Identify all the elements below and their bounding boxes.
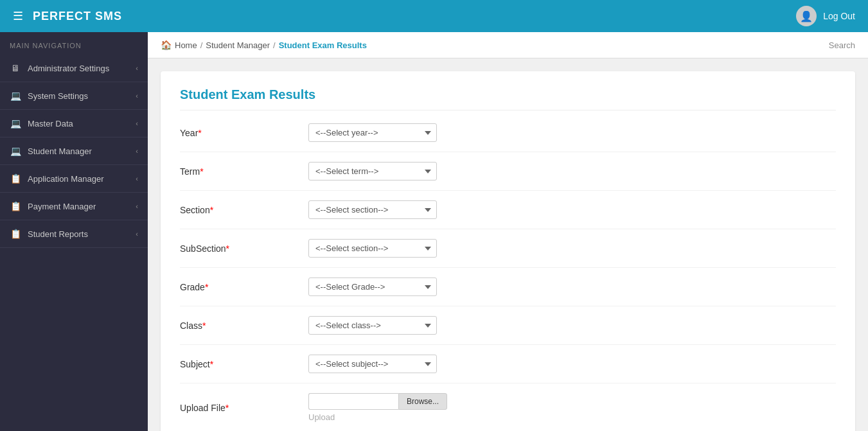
chevron-icon: ‹: [136, 92, 138, 100]
form-row-term: Term* <--Select term-->: [180, 162, 836, 191]
year-label: Year*: [180, 128, 308, 138]
sidebar-label-payment-manager: Payment Manager: [28, 202, 96, 211]
section-select[interactable]: <--Select section-->: [308, 200, 437, 219]
file-input[interactable]: [308, 393, 398, 410]
form-row-subject: Subject* <--Select subject-->: [180, 355, 836, 383]
form-row-upload-file: Upload File* Browse... Upload: [180, 393, 836, 431]
chevron-icon: ‹: [136, 64, 138, 72]
main-content: Student Exam Results Year* <--Select yea…: [148, 58, 868, 431]
search-link[interactable]: Search: [829, 40, 855, 50]
brand-title: PERFECT SMS: [33, 10, 122, 23]
sidebar-label-admin-settings: Administrator Settings: [28, 64, 109, 73]
breadcrumb-home-link[interactable]: Home: [175, 40, 197, 50]
sidebar-label-student-reports: Student Reports: [28, 229, 88, 239]
navbar-right: 👤 Log Out: [796, 6, 855, 26]
sidebar-label-application-manager: Application Manager: [28, 174, 104, 184]
upload-link[interactable]: Upload: [308, 412, 447, 422]
class-select[interactable]: <--Select class-->: [308, 316, 437, 335]
system-settings-icon: 💻: [10, 90, 21, 101]
form-row-section: Section* <--Select section-->: [180, 200, 836, 229]
subject-label: Subject*: [180, 359, 308, 369]
chevron-icon: ‹: [136, 202, 138, 210]
sidebar-item-master-data[interactable]: 💻 Master Data ‹: [0, 110, 148, 137]
master-data-icon: 💻: [10, 118, 21, 129]
section-label: Section*: [180, 205, 308, 215]
admin-settings-icon: 🖥: [10, 62, 21, 74]
form-row-year: Year* <--Select year-->: [180, 123, 836, 152]
sidebar-label-master-data: Master Data: [28, 119, 73, 128]
breadcrumb-parent-link[interactable]: Student Manager: [206, 40, 270, 50]
avatar: 👤: [796, 6, 817, 26]
chevron-icon: ‹: [136, 230, 138, 238]
sidebar: MAIN NAVIGATION 🖥 Administrator Settings…: [0, 32, 148, 431]
term-label: Term*: [180, 166, 308, 177]
file-input-group: Browse... Upload: [308, 393, 447, 422]
breadcrumb-sep1: /: [200, 40, 203, 50]
grade-label: Grade*: [180, 282, 308, 292]
home-icon: 🏠: [161, 40, 172, 50]
payment-manager-icon: 📋: [10, 200, 21, 212]
subsection-select[interactable]: <--Select section-->: [308, 239, 437, 258]
sidebar-item-application-manager[interactable]: 📋 Application Manager ‹: [0, 165, 148, 193]
student-manager-icon: 💻: [10, 145, 21, 157]
chevron-icon: ‹: [136, 147, 138, 155]
content-card: Student Exam Results Year* <--Select yea…: [161, 71, 855, 431]
sidebar-nav-label: MAIN NAVIGATION: [0, 32, 148, 55]
breadcrumb-bar: 🏠 Home / Student Manager / Student Exam …: [148, 32, 868, 58]
class-label: Class*: [180, 321, 308, 331]
sidebar-label-student-manager: Student Manager: [28, 146, 92, 156]
sidebar-item-student-reports[interactable]: 📋 Student Reports ‹: [0, 220, 148, 248]
main-layout: MAIN NAVIGATION 🖥 Administrator Settings…: [0, 32, 868, 431]
student-reports-icon: 📋: [10, 228, 21, 240]
sidebar-item-student-manager[interactable]: 💻 Student Manager ‹: [0, 137, 148, 165]
breadcrumb: 🏠 Home / Student Manager / Student Exam …: [161, 40, 367, 50]
subsection-label: SubSection*: [180, 243, 308, 254]
logout-button[interactable]: Log Out: [823, 11, 855, 21]
form-row-subsection: SubSection* <--Select section-->: [180, 239, 836, 268]
browse-button[interactable]: Browse...: [398, 393, 447, 410]
breadcrumb-current: Student Exam Results: [279, 40, 367, 50]
chevron-icon: ‹: [136, 119, 138, 127]
page-title: Student Exam Results: [180, 87, 836, 110]
term-select[interactable]: <--Select term-->: [308, 162, 437, 180]
form-row-class: Class* <--Select class-->: [180, 316, 836, 345]
breadcrumb-sep2: /: [273, 40, 276, 50]
sidebar-label-system-settings: System Settings: [28, 91, 88, 101]
sidebar-item-system-settings[interactable]: 💻 System Settings ‹: [0, 82, 148, 110]
application-manager-icon: 📋: [10, 173, 21, 184]
form-row-grade: Grade* <--Select Grade-->: [180, 277, 836, 306]
subject-select[interactable]: <--Select subject-->: [308, 355, 437, 373]
menu-icon[interactable]: ☰: [13, 9, 23, 23]
grade-select[interactable]: <--Select Grade-->: [308, 277, 437, 296]
navbar: ☰ PERFECT SMS 👤 Log Out: [0, 0, 868, 32]
sidebar-item-payment-manager[interactable]: 📋 Payment Manager ‹: [0, 193, 148, 220]
chevron-icon: ‹: [136, 175, 138, 182]
year-select[interactable]: <--Select year-->: [308, 123, 437, 142]
sidebar-item-admin-settings[interactable]: 🖥 Administrator Settings ‹: [0, 55, 148, 82]
upload-file-label: Upload File*: [180, 403, 308, 413]
content-area: 🏠 Home / Student Manager / Student Exam …: [148, 32, 868, 431]
